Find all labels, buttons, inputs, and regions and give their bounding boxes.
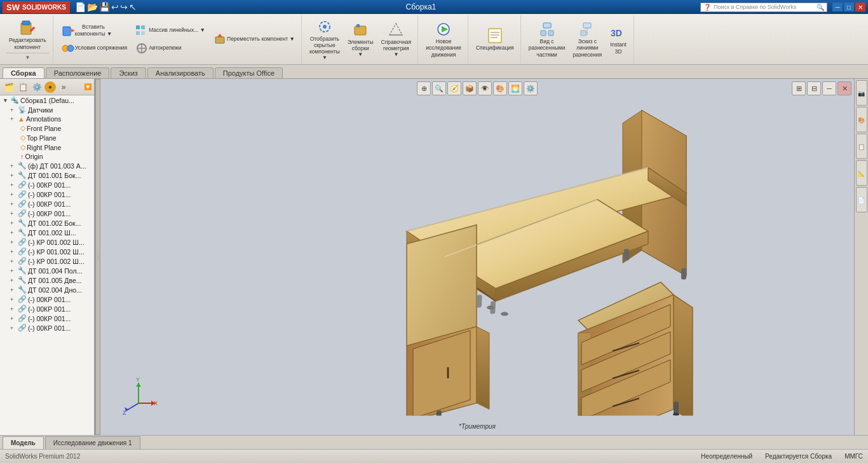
insert-components-button[interactable]: Вставитькомпоненты ▼ <box>58 22 130 39</box>
tree-item-comp5[interactable]: + 🔗 (-) 00КР 001... <box>0 199 94 209</box>
feature-manager-button[interactable]: 🗂️ <box>3 81 15 93</box>
comp3-expand[interactable]: + <box>10 182 18 188</box>
custom-properties-button[interactable]: 📋 <box>856 134 867 159</box>
edit-component-button[interactable]: Редактироватькомпонент <box>6 18 49 51</box>
tree-item-comp2[interactable]: + 🔧 ДТ 001.001 Бок... <box>0 170 94 180</box>
comp10-expand[interactable]: + <box>10 249 18 255</box>
comp14-expand[interactable]: + <box>10 287 18 293</box>
explode-lines-button[interactable]: Эскиз слиниямиразнесения <box>570 19 604 59</box>
new-icon[interactable]: 📄 <box>75 2 86 12</box>
save-icon[interactable]: 💾 <box>99 2 110 12</box>
search-icon[interactable]: 🔍 <box>817 4 824 11</box>
instant3d-button[interactable]: 3D Instant3D <box>607 22 630 55</box>
render-manager-button[interactable]: ● <box>44 81 56 93</box>
tree-item-comp6[interactable]: + 🔗 (-) 00КР 001... <box>0 209 94 218</box>
comp2-expand[interactable]: + <box>10 172 18 179</box>
tab-bar: Сборка Расположение Эскиз Анализировать … <box>0 65 868 79</box>
tree-item-comp3[interactable]: + 🔗 (-) 00КР 001... <box>0 180 94 190</box>
comp7-expand[interactable]: + <box>10 220 18 226</box>
tree-item-comp16[interactable]: + 🔗 (-) 00КР 001... <box>0 304 94 314</box>
tree-item-comp15[interactable]: + 🔗 (-) 00КР 001... <box>0 294 94 304</box>
comp5-expand[interactable]: + <box>10 201 18 207</box>
open-icon[interactable]: 📂 <box>87 2 98 12</box>
tree-item-sensors[interactable]: + 📡 Датчики <box>0 105 94 114</box>
tree-item-right-plane[interactable]: ◇ Right Plane <box>0 142 94 152</box>
minimize-viewport-button[interactable]: ─ <box>822 81 836 95</box>
config-manager-button[interactable]: ⚙️ <box>31 81 43 93</box>
tree-item-comp14[interactable]: + 🔧 ДТ 002.004 Дно... <box>0 285 94 294</box>
tab-analyze[interactable]: Анализировать <box>147 67 214 78</box>
new-motion-study-button[interactable]: Новоеисследованиедвижения <box>423 19 464 59</box>
move-component-button[interactable]: Переместить компонент ▼ <box>210 31 297 48</box>
panel-resize-handle[interactable]: ⋮ <box>95 79 100 435</box>
solid-edge-button[interactable]: 📐 <box>856 160 867 186</box>
tree-item-comp13[interactable]: + 🔧 ДТ 001.005 Две... <box>0 275 94 285</box>
linear-pattern-button[interactable]: Массив линейных... ▼ <box>132 22 208 39</box>
property-manager-button[interactable]: 📋 <box>17 81 29 93</box>
tree-item-comp4[interactable]: + 🔗 (-) 00КР 001... <box>0 190 94 199</box>
assembly-features-button[interactable]: Элементысборки ▼ <box>345 20 376 59</box>
3d-viewport[interactable]: ⊕ 🔍 🧭 📦 👁️ 🎨 🌅 ⚙️ <box>100 79 854 435</box>
reference-geometry-button[interactable]: Справочнаягеометрия ▼ <box>379 20 414 59</box>
tab-layout[interactable]: Расположение <box>46 67 110 78</box>
undo-icon[interactable]: ↩ <box>111 2 119 12</box>
assembly-features-label: Элементысборки <box>348 39 374 52</box>
comp8-expand[interactable]: + <box>10 230 18 236</box>
tab-sketch[interactable]: Эскиз <box>111 67 146 78</box>
tree-root-item[interactable]: ▼ 🔩 Сборка1 (Defau... <box>0 95 94 105</box>
tree-item-top-plane[interactable]: ◇ Top Plane <box>0 133 94 142</box>
view-palette-button[interactable]: 📷 <box>856 80 867 106</box>
minimize-button[interactable]: ─ <box>832 3 843 11</box>
right-panel: 📷 🎨 📋 📐 📄 <box>854 79 868 435</box>
mate-icon <box>61 41 75 55</box>
comp1-expand[interactable]: + <box>10 163 18 169</box>
tab-assembly[interactable]: Сборка <box>3 67 44 78</box>
comp4-expand[interactable]: + <box>10 191 18 198</box>
sensors-expand[interactable]: + <box>10 107 18 113</box>
tree-item-comp18[interactable]: + 🔗 (-) 00КР 001... <box>0 323 94 333</box>
comp11-expand[interactable]: + <box>10 258 18 265</box>
comp15-label: (-) 00КР 001... <box>28 296 71 303</box>
comp13-expand[interactable]: + <box>10 277 18 284</box>
tree-expand-icon[interactable]: ▼ <box>3 97 10 104</box>
comp6-expand[interactable]: + <box>10 211 18 217</box>
redo-icon[interactable]: ↪ <box>120 2 128 12</box>
exploded-view-button[interactable]: Вид сразнесеннымичастями <box>526 19 568 59</box>
tree-item-comp11[interactable]: + 🔗 (-) КР 001.002 Ш... <box>0 256 94 266</box>
more-button[interactable]: » <box>57 81 70 93</box>
tree-item-comp10[interactable]: + 🔗 (-) КР 001.002 Ш... <box>0 247 94 256</box>
comp15-expand[interactable]: + <box>10 296 18 303</box>
btab-motion[interactable]: Исследование движения 1 <box>45 436 140 449</box>
close-viewport-button[interactable]: ✕ <box>837 81 851 95</box>
tree-item-origin[interactable]: ↑ Origin <box>0 152 94 161</box>
tree-item-comp7[interactable]: + 🔧 ДТ 001.002 Бок... <box>0 218 94 228</box>
search-box[interactable]: ❓ Поиск в Справке по SolidWorks 🔍 <box>700 3 827 12</box>
tile-viewport-button[interactable]: ⊟ <box>807 81 821 95</box>
select-icon[interactable]: ↖ <box>129 2 137 12</box>
comp12-expand[interactable]: + <box>10 268 18 274</box>
btab-model[interactable]: Модель <box>3 436 44 449</box>
document-properties-button[interactable]: 📄 <box>856 187 867 212</box>
tree-item-comp8[interactable]: + 🔧 ДТ 001.002 Ш... <box>0 228 94 237</box>
close-button[interactable]: ✕ <box>855 3 865 11</box>
tree-item-annotations[interactable]: + ▲ Annotations <box>0 114 94 123</box>
tree-item-comp1[interactable]: + 🔧 (ф) ДТ 001.003 А... <box>0 161 94 170</box>
appearance-button[interactable]: 🎨 <box>856 107 867 132</box>
comp16-expand[interactable]: + <box>10 306 18 312</box>
comp9-expand[interactable]: + <box>10 239 18 245</box>
maximize-viewport-button[interactable]: ⊞ <box>792 81 806 95</box>
annotations-expand[interactable]: + <box>10 116 18 122</box>
tree-item-front-plane[interactable]: ◇ Front Plane <box>0 123 94 133</box>
comp18-expand[interactable]: + <box>10 325 18 331</box>
automate-fasteners-button[interactable]: Автокрепежи <box>132 40 208 57</box>
annotations-label: Annotations <box>26 115 61 123</box>
restore-button[interactable]: □ <box>844 3 854 11</box>
mate-conditions-button[interactable]: Условия сопряжения <box>58 40 130 57</box>
show-hidden-button[interactable]: Отобразитьскрытыекомпоненты ▼ <box>307 17 342 62</box>
comp17-expand[interactable]: + <box>10 315 18 322</box>
specification-button[interactable]: Спецификация <box>473 25 517 52</box>
tab-products[interactable]: Продукты Office <box>215 67 283 78</box>
tree-item-comp17[interactable]: + 🔗 (-) 00КР 001... <box>0 314 94 323</box>
tree-item-comp12[interactable]: + 🔧 ДТ 001.004 Пол... <box>0 266 94 275</box>
tree-item-comp9[interactable]: + 🔗 (-) КР 001.002 Ш... <box>0 237 94 247</box>
